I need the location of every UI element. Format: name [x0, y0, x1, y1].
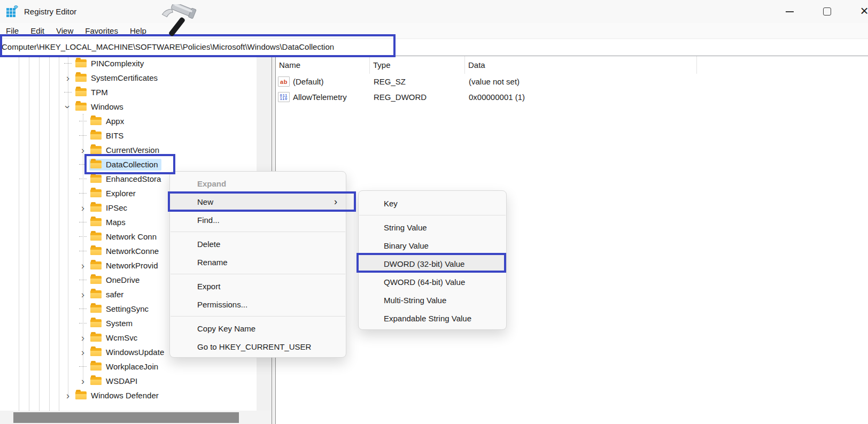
tree-item-label: safer [106, 290, 123, 299]
value-name-cell: ab(Default) [276, 76, 370, 87]
tree-item-label: EnhancedStora [106, 174, 161, 183]
submenu-item-expandable-string-value[interactable]: Expandable String Value [359, 309, 506, 327]
menu-item-label: Binary Value [384, 241, 429, 250]
tree-item-content: OneDrive [89, 274, 143, 286]
column-header-name[interactable]: Name [276, 56, 370, 74]
folder-icon [90, 290, 102, 298]
tree-guide-line [39, 56, 40, 411]
tree-item-pincomplexity[interactable]: PINComplexity [0, 56, 257, 71]
menu-edit[interactable]: Edit [25, 25, 50, 37]
tree-guide-line [59, 56, 59, 411]
tree-item-label: WindowsUpdate [106, 348, 164, 357]
address-path: Computer\HKEY_LOCAL_MACHINE\SOFTWARE\Pol… [2, 42, 334, 51]
tree-item-content: NetworkProvid [89, 260, 161, 272]
context-menu-item-expand[interactable]: Expand [170, 174, 346, 192]
minimize-button[interactable] [771, 0, 808, 23]
menu-help[interactable]: Help [124, 25, 152, 37]
horizontal-scrollbar-thumb[interactable] [13, 412, 239, 423]
address-bar[interactable]: Computer\HKEY_LOCAL_MACHINE\SOFTWARE\Pol… [0, 38, 868, 57]
tree-item-bits[interactable]: BITS [0, 128, 257, 143]
folder-icon [90, 189, 102, 197]
maximize-button[interactable] [808, 0, 846, 23]
close-button[interactable]: × [846, 0, 868, 23]
registry-value-row[interactable]: 011110AllowTelemetryREG_DWORD0x00000001 … [276, 89, 868, 105]
submenu-item-string-value[interactable]: String Value [359, 218, 506, 236]
menu-item-label: Delete [197, 240, 220, 249]
folder-icon [90, 175, 102, 183]
tree-item-systemcertificates[interactable]: ›SystemCertificates [0, 71, 257, 85]
menu-favorites[interactable]: Favorites [79, 25, 124, 37]
tree-guide-line [49, 56, 50, 411]
menu-item-label: Permissions... [197, 300, 247, 309]
context-menu-item-permissions[interactable]: Permissions... [170, 295, 346, 313]
column-header-type[interactable]: Type [370, 56, 465, 74]
folder-icon [90, 204, 102, 212]
tree-item-currentversion[interactable]: ›CurrentVersion [0, 143, 257, 157]
tree-item-wsdapi[interactable]: ›WSDAPI [0, 374, 257, 388]
tree-item-windows[interactable]: ›Windows [0, 99, 257, 114]
menu-file[interactable]: File [0, 25, 25, 37]
tree-item-content: Appx [89, 115, 127, 127]
tree-item-label: NetworkProvid [106, 261, 158, 270]
tree-item-content: NetworkConne [89, 245, 162, 257]
menu-item-label: DWORD (32-bit) Value [384, 259, 464, 268]
context-menu-item-export[interactable]: Export [170, 277, 346, 295]
context-menu-item-find[interactable]: Find... [170, 211, 346, 229]
folder-icon [90, 276, 102, 284]
submenu-item-multi-string-value[interactable]: Multi-String Value [359, 291, 506, 309]
tree-guide-line [83, 114, 83, 380]
submenu-item-qword-64-bit-value[interactable]: QWORD (64-bit) Value [359, 273, 506, 291]
folder-icon [90, 132, 102, 140]
submenu-item-key[interactable]: Key [359, 194, 506, 212]
folder-icon [90, 348, 102, 356]
submenu-item-binary-value[interactable]: Binary Value [359, 236, 506, 255]
menu-item-label: Expand [197, 179, 226, 188]
value-list-header: Name Type Data [276, 56, 868, 74]
context-menu-item-copy-key-name[interactable]: Copy Key Name [170, 319, 346, 337]
column-header-data[interactable]: Data [465, 56, 697, 74]
menu-item-label: Go to HKEY_CURRENT_USER [197, 342, 311, 351]
tree-item-label: Maps [106, 218, 126, 227]
menu-bar: FileEditViewFavoritesHelp [0, 23, 868, 38]
folder-icon [90, 261, 102, 269]
tree-item-tpm[interactable]: TPM [0, 85, 257, 99]
context-menu-item-delete[interactable]: Delete [170, 235, 346, 253]
tree-item-datacollection[interactable]: DataCollection [0, 157, 257, 172]
tree-item-content: WcmSvc [89, 332, 141, 344]
folder-icon [75, 391, 87, 399]
minimize-icon [786, 11, 794, 12]
menu-view[interactable]: View [50, 25, 79, 37]
registry-editor-icon [6, 5, 18, 18]
folder-icon [90, 117, 102, 125]
menu-item-label: Multi-String Value [384, 296, 446, 305]
folder-icon [75, 74, 87, 82]
tree-item-windows-defender[interactable]: ›Windows Defender [0, 388, 257, 403]
tree-item-label: BITS [106, 131, 123, 140]
value-data: 0x00000001 (1) [465, 92, 697, 102]
context-menu-item-new[interactable]: New› [170, 192, 346, 211]
tree-item-label: SettingSync [106, 304, 149, 313]
registry-value-row[interactable]: ab(Default)REG_SZ(value not set) [276, 74, 868, 89]
tree-item-label: SystemCertificates [91, 73, 158, 82]
value-name: (Default) [293, 77, 324, 86]
tree-item-label: Appx [106, 117, 124, 126]
folder-icon [90, 305, 102, 313]
folder-icon [75, 103, 87, 111]
menu-item-label: Key [384, 199, 398, 208]
horizontal-scrollbar[interactable] [0, 411, 276, 424]
menu-separator [170, 316, 345, 317]
submenu-item-dword-32-bit-value[interactable]: DWORD (32-bit) Value [359, 255, 506, 273]
hammer-cursor-icon [158, 4, 200, 37]
dword-value-icon: 011110 [278, 92, 290, 102]
chevron-down-icon[interactable]: › [63, 101, 73, 113]
context-menu-item-go-to-hkey-current-user[interactable]: Go to HKEY_CURRENT_USER [170, 337, 346, 356]
tree-item-workplacejoin[interactable]: WorkplaceJoin [0, 359, 257, 374]
context-menu-item-rename[interactable]: Rename [170, 253, 346, 271]
new-submenu: KeyString ValueBinary ValueDWORD (32-bit… [358, 190, 507, 330]
tree-item-content: PINComplexity [74, 58, 147, 70]
tree-item-content: EnhancedStora [89, 173, 164, 185]
tree-item-content: Explorer [89, 188, 139, 199]
tree-item-content: SettingSync [89, 303, 152, 315]
tree-item-label: WorkplaceJoin [106, 362, 158, 371]
tree-item-appx[interactable]: Appx [0, 114, 257, 128]
